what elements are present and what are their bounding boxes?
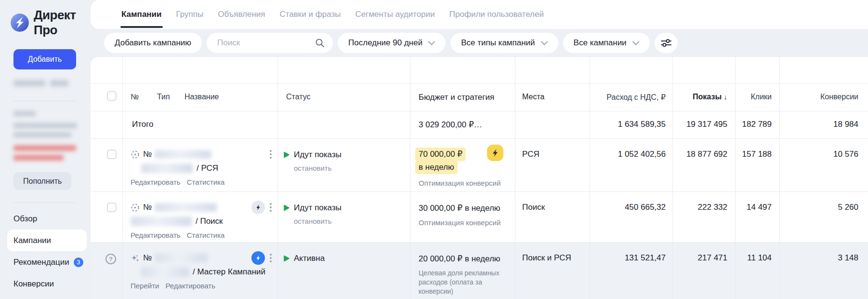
budget-amount: 70 000,00 ₽ [415, 148, 466, 161]
shows-value: 18 877 692 [672, 139, 735, 191]
strategy-text: Оптимизация конверсий [419, 178, 503, 188]
totals-budget: 3 029 200,00 ₽… [410, 111, 515, 138]
row-checkbox[interactable] [107, 150, 117, 159]
column-header-cost[interactable]: Расход с НДС, ₽ [590, 84, 672, 111]
redacted-text [13, 132, 71, 137]
sidebar-divider [13, 101, 77, 101]
app-logo: Директ Про [0, 0, 91, 38]
redacted-text [13, 80, 45, 86]
status-text: Активна [294, 254, 325, 263]
sidebar-item-campaigns[interactable]: Кампании [7, 230, 87, 251]
totals-cost: 1 634 589,35 [590, 111, 672, 138]
row-checkbox[interactable] [107, 203, 117, 212]
date-range-value: Последние 90 дней [348, 38, 422, 48]
column-header-places[interactable]: Места [515, 84, 590, 111]
column-header-name[interactable]: Название [184, 93, 219, 101]
edit-link[interactable]: Редактировать [131, 231, 181, 239]
edit-link[interactable]: Редактировать [165, 282, 215, 290]
campaign-name-redacted [131, 217, 192, 226]
statistics-link[interactable]: Статистика [187, 178, 225, 186]
tab-ads[interactable]: Объявления [218, 0, 265, 29]
table-row: ? № / [91, 243, 868, 299]
table-settings-button[interactable] [655, 33, 678, 53]
campaign-name-suffix: / Поиск [196, 217, 223, 226]
cost-value: 131 521,47 [590, 243, 672, 299]
conversions-value: 5 260 [779, 192, 868, 242]
redacted-warning-text [13, 155, 64, 161]
redacted-warning-text [13, 145, 76, 151]
totals-clicks: 182 789 [735, 111, 779, 138]
column-header-shows[interactable]: Показы ↓ [672, 84, 735, 111]
status-text: Идут показы [294, 150, 342, 160]
sidebar-item-overview[interactable]: Обзор [7, 208, 87, 230]
table-row: № / РСЯ Редактировать Статистика Идут [91, 139, 868, 192]
tab-user-profiles[interactable]: Профили пользователей [449, 0, 544, 29]
topup-button[interactable]: Пополнить [13, 172, 71, 190]
campaign-name-suffix: / Мастер Кампаний [193, 267, 265, 277]
shows-value: 222 332 [672, 192, 735, 242]
column-header-conversions[interactable]: Конверсии [779, 84, 868, 111]
chevron-down-icon [541, 41, 548, 45]
stop-link[interactable]: остановить [294, 164, 332, 172]
brand-name: Директ Про [34, 8, 91, 38]
column-header-type[interactable]: Тип [157, 93, 184, 101]
tab-campaigns[interactable]: Кампании [121, 0, 162, 29]
help-icon[interactable]: ? [105, 253, 117, 265]
sort-desc-icon: ↓ [724, 93, 728, 101]
tab-bids-phrases[interactable]: Ставки и фразы [280, 0, 341, 29]
brand-icon [11, 14, 29, 32]
bolt-badge[interactable] [251, 201, 265, 214]
column-header-clicks[interactable]: Клики [735, 84, 779, 111]
select-all-checkbox[interactable] [107, 91, 117, 101]
redacted-text [50, 80, 68, 86]
redacted-text [13, 123, 77, 128]
play-icon [284, 255, 289, 262]
bolt-badge[interactable] [251, 251, 265, 265]
campaign-type-icon [131, 203, 140, 212]
search-box [207, 33, 333, 53]
sidebar-item-statistics[interactable]: Статистика [7, 295, 87, 299]
play-icon [284, 204, 289, 211]
places-value: Поиск [515, 192, 590, 242]
kebab-menu-icon[interactable] [267, 149, 275, 160]
campaign-select-dropdown[interactable]: Все кампании [563, 33, 650, 53]
column-header-number[interactable]: № [131, 93, 157, 101]
clicks-value: 157 188 [735, 139, 779, 191]
budget-period: в неделю [415, 161, 458, 174]
totals-shows: 19 317 495 [672, 111, 735, 138]
go-to-link[interactable]: Перейти [131, 282, 159, 290]
column-header-budget[interactable]: Бюджет и стратегия [410, 84, 515, 111]
toolbar: Добавить кампанию Последние 90 дней Все … [91, 29, 868, 57]
sidebar-item-recommendations[interactable]: Рекомендации 3 [7, 251, 87, 273]
add-button[interactable]: Добавить [13, 49, 76, 69]
kebab-menu-icon[interactable] [267, 253, 275, 263]
search-input[interactable] [207, 33, 333, 53]
strategy-text: Оптимизация конверсий [419, 218, 503, 228]
date-range-dropdown[interactable]: Последние 90 дней [338, 33, 446, 53]
statistics-link[interactable]: Статистика [187, 231, 225, 239]
campaign-number-redacted [155, 203, 217, 212]
cost-value: 1 052 402,56 [590, 139, 672, 191]
tab-groups[interactable]: Группы [176, 0, 204, 29]
sidebar-divider [13, 203, 77, 203]
campaign-type-dropdown[interactable]: Все типы кампаний [450, 33, 558, 53]
redacted-text [13, 111, 36, 116]
stop-link[interactable]: остановить [294, 217, 332, 225]
sidebar-item-label: Кампании [13, 236, 51, 245]
strategy-text: Целевая доля рекламных расходов (оплата … [419, 269, 503, 296]
sliders-icon [660, 38, 672, 48]
add-campaign-button[interactable]: Добавить кампанию [104, 33, 202, 53]
search-icon[interactable] [315, 38, 325, 48]
chevron-down-icon [632, 41, 639, 45]
campaign-name-redacted [141, 267, 189, 277]
sidebar-item-conversions[interactable]: Конверсии [7, 273, 87, 295]
edit-link[interactable]: Редактировать [131, 178, 181, 186]
main-content: Кампании Группы Объявления Ставки и фраз… [91, 0, 868, 299]
tab-audience-segments[interactable]: Сегменты аудитории [355, 0, 434, 29]
tab-bar: Кампании Группы Объявления Ставки и фраз… [91, 0, 868, 29]
autopay-bolt-badge[interactable] [487, 145, 503, 161]
kebab-menu-icon[interactable] [267, 202, 275, 213]
column-header-status[interactable]: Статус [277, 84, 410, 111]
campaign-number-label: № [143, 150, 152, 159]
budget-text: 20 000,00 ₽ в неделю [419, 253, 515, 265]
